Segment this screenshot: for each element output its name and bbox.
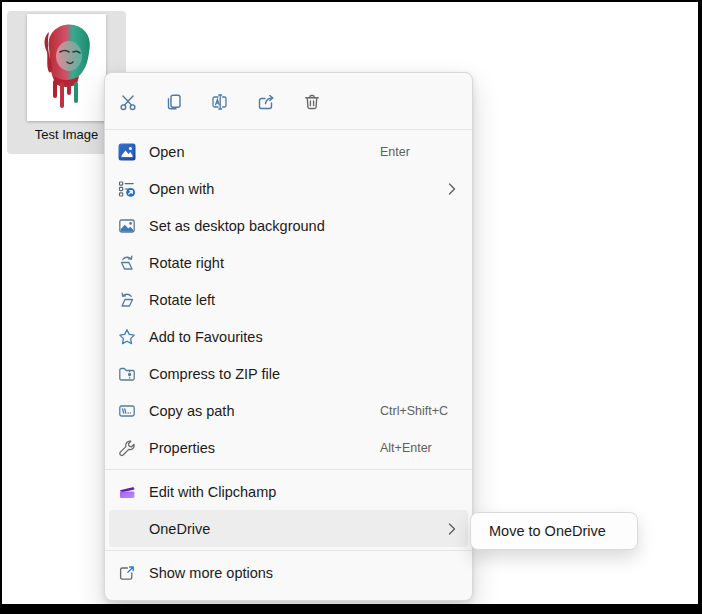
menu-item-open-with[interactable]: Open with xyxy=(109,170,468,207)
menu-item-shortcut: Ctrl+Shift+C xyxy=(380,404,448,418)
clipchamp-icon xyxy=(117,482,137,502)
rotate-right-icon xyxy=(117,253,137,273)
menu-item-edit-with-clipchamp[interactable]: Edit with Clipchamp xyxy=(109,473,468,510)
menu-divider xyxy=(105,550,472,551)
wrench-icon xyxy=(117,438,137,458)
cut-icon[interactable] xyxy=(113,87,143,117)
submenu-item-move-to-onedrive[interactable]: Move to OneDrive xyxy=(483,516,625,546)
chevron-right-icon xyxy=(448,523,456,535)
menu-item-copy-as-path[interactable]: Copy as path Ctrl+Shift+C xyxy=(109,392,468,429)
onedrive-submenu: Move to OneDrive xyxy=(470,512,638,550)
onedrive-icon-placeholder xyxy=(117,519,137,539)
open-with-icon xyxy=(117,179,137,199)
menu-item-shortcut: Enter xyxy=(380,145,410,159)
menu-item-set-desktop-background[interactable]: Set as desktop background xyxy=(109,207,468,244)
portrait-art-image xyxy=(27,14,106,121)
command-bar xyxy=(105,77,472,126)
show-more-icon xyxy=(117,563,137,583)
menu-item-label: Compress to ZIP file xyxy=(149,366,280,382)
menu-divider xyxy=(105,129,472,130)
menu-item-label: Edit with Clipchamp xyxy=(149,484,276,500)
menu-item-add-to-favourites[interactable]: Add to Favourites xyxy=(109,318,468,355)
copy-icon[interactable] xyxy=(159,87,189,117)
chevron-right-icon xyxy=(448,183,456,195)
menu-section-main: Open Enter Open with xyxy=(105,133,472,466)
file-thumbnail xyxy=(27,14,106,121)
copy-path-icon xyxy=(117,401,137,421)
menu-item-show-more-options[interactable]: Show more options xyxy=(109,554,468,591)
menu-item-shortcut: Alt+Enter xyxy=(380,441,432,455)
photos-app-icon xyxy=(117,142,137,162)
desktop-background-icon xyxy=(117,216,137,236)
menu-item-label: Set as desktop background xyxy=(149,218,325,234)
star-icon xyxy=(117,327,137,347)
menu-item-label: Open xyxy=(149,144,184,160)
menu-item-label: Rotate right xyxy=(149,255,224,271)
rename-icon[interactable] xyxy=(205,87,235,117)
menu-item-label: Rotate left xyxy=(149,292,215,308)
desktop-canvas: Test Image xyxy=(2,2,698,604)
menu-item-label: Copy as path xyxy=(149,403,234,419)
menu-divider xyxy=(105,469,472,470)
menu-section-more: Show more options xyxy=(105,554,472,591)
menu-item-label: Properties xyxy=(149,440,215,456)
share-icon[interactable] xyxy=(251,87,281,117)
menu-item-label: Open with xyxy=(149,181,214,197)
menu-item-open[interactable]: Open Enter xyxy=(109,133,468,170)
zip-folder-icon xyxy=(117,364,137,384)
menu-item-rotate-left[interactable]: Rotate left xyxy=(109,281,468,318)
menu-item-onedrive[interactable]: OneDrive xyxy=(109,510,468,547)
menu-item-compress-to-zip[interactable]: Compress to ZIP file xyxy=(109,355,468,392)
menu-section-apps: Edit with Clipchamp OneDrive xyxy=(105,473,472,547)
menu-item-label: OneDrive xyxy=(149,521,210,537)
menu-item-properties[interactable]: Properties Alt+Enter xyxy=(109,429,468,466)
context-menu: Open Enter Open with xyxy=(104,72,473,601)
rotate-left-icon xyxy=(117,290,137,310)
menu-item-rotate-right[interactable]: Rotate right xyxy=(109,244,468,281)
menu-item-label: Show more options xyxy=(149,565,273,581)
delete-icon[interactable] xyxy=(297,87,327,117)
menu-item-label: Add to Favourites xyxy=(149,329,263,345)
